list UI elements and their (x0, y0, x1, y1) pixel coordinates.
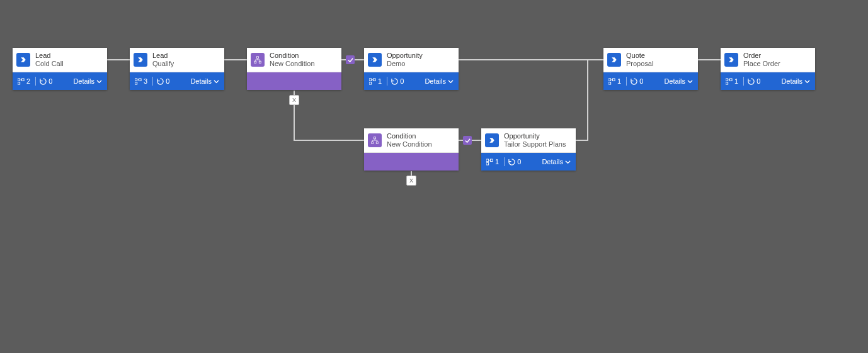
svg-rect-13 (612, 78, 615, 81)
steps-count: 1 (608, 77, 621, 85)
svg-rect-16 (729, 78, 732, 81)
node-subtitle: Demo (387, 60, 423, 68)
svg-rect-9 (369, 78, 372, 81)
details-button[interactable]: Details (664, 77, 693, 85)
node-footer: 1 0 Details (481, 153, 576, 171)
node-header: Opportunity Tailor Support Plans (481, 128, 576, 153)
node-title: Lead (35, 52, 64, 60)
stage-icon (16, 53, 30, 67)
node-footer: 2 0 Details (13, 72, 107, 90)
node-subtitle: Cold Call (35, 60, 64, 68)
steps-count: 1 (369, 77, 382, 85)
node-subtitle: New Condition (387, 140, 432, 148)
check-icon (346, 55, 355, 64)
steps-count: 3 (135, 77, 147, 85)
node-header: Condition New Condition (364, 128, 459, 153)
node-title: Condition (387, 132, 432, 140)
node-title: Quote (626, 52, 653, 60)
stage-icon (368, 53, 382, 67)
loops-count: 0 (508, 158, 521, 165)
loops-count: 0 (157, 77, 169, 85)
details-button[interactable]: Details (542, 158, 571, 165)
svg-rect-8 (259, 61, 261, 63)
node-header: Condition New Condition (247, 48, 341, 72)
svg-rect-14 (608, 82, 611, 84)
node-header: Opportunity Demo (364, 48, 459, 72)
process-canvas[interactable]: X X Lead Cold Call 2 0 Details (0, 0, 868, 353)
connector (224, 59, 247, 60)
stage-opportunity-demo[interactable]: Opportunity Demo 1 0 Details (364, 48, 459, 90)
stage-icon (134, 53, 147, 67)
x-icon: X (289, 95, 299, 105)
loops-count: 0 (748, 77, 760, 85)
condition-node-2[interactable]: Condition New Condition (364, 128, 459, 171)
node-header: Lead Qualify (130, 48, 224, 72)
chevron-down-icon (448, 79, 454, 84)
chevron-down-icon (214, 79, 219, 84)
node-subtitle: Proposal (626, 60, 653, 68)
connector (294, 140, 364, 141)
connector (698, 59, 721, 60)
stage-lead-coldcall[interactable]: Lead Cold Call 2 0 Details (13, 48, 107, 90)
check-icon (463, 136, 472, 145)
svg-rect-15 (726, 78, 728, 81)
stage-opportunity-tailor[interactable]: Opportunity Tailor Support Plans 1 0 Det… (481, 128, 576, 171)
svg-rect-11 (369, 82, 372, 84)
details-button[interactable]: Details (190, 77, 219, 85)
svg-rect-6 (257, 57, 259, 59)
condition-icon (251, 53, 265, 67)
node-subtitle: Tailor Support Plans (504, 140, 566, 148)
svg-rect-5 (135, 82, 137, 84)
condition-node-1[interactable]: Condition New Condition (247, 48, 341, 90)
node-footer: 1 0 Details (603, 72, 698, 90)
chevron-down-icon (565, 159, 571, 165)
stage-icon (485, 133, 499, 147)
node-title: Lead (152, 52, 174, 60)
node-header: Lead Cold Call (13, 48, 107, 72)
svg-rect-22 (490, 159, 493, 161)
svg-rect-3 (135, 78, 137, 81)
node-title: Order (743, 52, 780, 60)
stage-icon (607, 53, 621, 67)
node-subtitle: Place Order (743, 60, 780, 68)
svg-rect-10 (373, 78, 375, 81)
node-title: Opportunity (504, 132, 566, 140)
details-button[interactable]: Details (73, 77, 102, 85)
node-footer: 1 0 Details (364, 72, 459, 90)
stage-order-placeorder[interactable]: Order Place Order 1 0 Details (721, 48, 815, 90)
steps-count: 2 (18, 77, 30, 85)
svg-rect-20 (376, 142, 378, 143)
svg-rect-1 (21, 78, 24, 81)
svg-rect-4 (139, 78, 141, 81)
node-title: Opportunity (387, 52, 423, 60)
svg-rect-18 (374, 137, 376, 139)
stage-lead-qualify[interactable]: Lead Qualify 3 0 Details (130, 48, 224, 90)
details-button[interactable]: Details (781, 77, 810, 85)
node-footer (247, 72, 341, 90)
steps-count: 1 (486, 158, 499, 165)
connector (107, 59, 130, 60)
node-footer (364, 153, 459, 171)
connector (459, 59, 603, 60)
loops-count: 0 (631, 77, 643, 85)
node-subtitle: New Condition (270, 60, 315, 68)
node-header: Quote Proposal (603, 48, 698, 72)
stage-icon (724, 53, 738, 67)
connector (576, 140, 588, 141)
svg-rect-21 (486, 159, 489, 161)
svg-rect-23 (486, 162, 489, 165)
loops-count: 0 (40, 77, 52, 85)
svg-rect-19 (372, 142, 374, 143)
connector (587, 59, 588, 141)
node-header: Order Place Order (721, 48, 815, 72)
condition-icon (368, 133, 382, 147)
svg-rect-2 (18, 82, 20, 84)
loops-count: 0 (391, 77, 404, 85)
chevron-down-icon (804, 79, 810, 84)
details-button[interactable]: Details (425, 77, 454, 85)
stage-quote-proposal[interactable]: Quote Proposal 1 0 Details (603, 48, 698, 90)
chevron-down-icon (96, 79, 102, 84)
svg-rect-12 (608, 78, 611, 81)
node-footer: 3 0 Details (130, 72, 224, 90)
node-footer: 1 0 Details (721, 72, 815, 90)
